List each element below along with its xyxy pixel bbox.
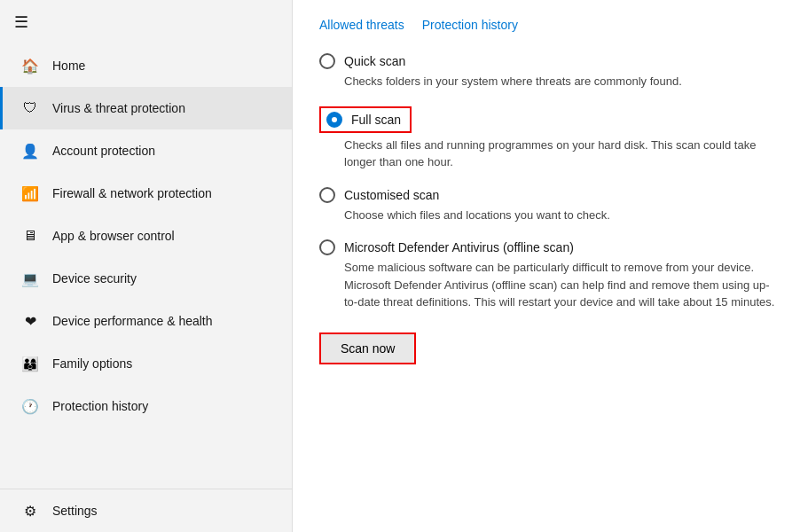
scan-option-header-offline-scan[interactable]: Microsoft Defender Antivirus (offline sc…: [319, 239, 781, 255]
sidebar-label-home: Home: [52, 59, 85, 73]
sidebar-label-app: App & browser control: [52, 229, 175, 243]
radio-offline-scan[interactable]: [319, 239, 335, 255]
account-icon: 👤: [20, 141, 40, 160]
sidebar-label-firewall: Firewall & network protection: [52, 186, 212, 200]
home-icon: 🏠: [20, 56, 40, 75]
option-desc-full-scan: Checks all files and running programmes …: [344, 137, 781, 171]
family-icon: 👨‍👩‍👦: [20, 354, 40, 373]
hamburger-menu[interactable]: ☰: [0, 0, 292, 44]
settings-icon: ⚙: [20, 501, 40, 520]
device-health-icon: ❤: [20, 311, 40, 331]
sidebar-item-account[interactable]: 👤Account protection: [0, 129, 292, 172]
radio-customised-scan[interactable]: [319, 187, 335, 203]
scan-option-header-customised-scan[interactable]: Customised scan: [319, 187, 781, 203]
allowed-threats-link[interactable]: Allowed threats: [319, 18, 404, 32]
sidebar-item-family[interactable]: 👨‍👩‍👦Family options: [0, 342, 292, 385]
sidebar-item-settings[interactable]: ⚙ Settings: [0, 489, 292, 532]
protection-history-link[interactable]: Protection history: [422, 18, 518, 32]
virus-icon: 🛡: [20, 98, 40, 118]
app-icon: 🖥: [20, 226, 40, 246]
option-label-full-scan: Full scan: [351, 113, 401, 127]
sidebar-item-firewall[interactable]: 📶Firewall & network protection: [0, 172, 292, 215]
history-icon: 🕐: [20, 396, 40, 416]
sidebar-label-device-health: Device performance & health: [52, 314, 213, 328]
firewall-icon: 📶: [20, 184, 40, 203]
radio-full-scan[interactable]: [326, 112, 342, 128]
sidebar-item-history[interactable]: 🕐Protection history: [0, 385, 292, 427]
sidebar-item-app[interactable]: 🖥App & browser control: [0, 215, 292, 257]
scan-option-customised-scan: Customised scanChoose which files and lo…: [319, 187, 781, 224]
sidebar-label-history: Protection history: [52, 399, 148, 413]
scan-option-full-scan: Full scanChecks all files and running pr…: [319, 106, 781, 171]
sidebar-label-device-security: Device security: [52, 271, 137, 286]
sidebar-settings-label: Settings: [52, 504, 98, 518]
option-desc-offline-scan: Some malicious software can be particula…: [344, 259, 781, 311]
option-desc-quick-scan: Checks folders in your system where thre…: [344, 73, 781, 90]
sidebar: ☰ 🏠Home🛡Virus & threat protection👤Accoun…: [0, 0, 293, 532]
sidebar-label-virus: Virus & threat protection: [52, 101, 185, 115]
scan-option-header-quick-scan[interactable]: Quick scan: [319, 53, 781, 69]
main-content: Allowed threats Protection history Quick…: [293, 0, 808, 532]
scan-now-button[interactable]: Scan now: [319, 332, 416, 364]
sidebar-label-account: Account protection: [52, 144, 155, 158]
sidebar-label-family: Family options: [52, 356, 132, 371]
scan-option-header-full-scan[interactable]: Full scan: [319, 106, 412, 133]
scan-option-quick-scan: Quick scanChecks folders in your system …: [319, 53, 781, 90]
sidebar-item-device-health[interactable]: ❤Device performance & health: [0, 300, 292, 342]
sidebar-bottom: ⚙ Settings: [0, 489, 292, 532]
scan-options: Quick scanChecks folders in your system …: [319, 53, 781, 311]
scan-option-offline-scan: Microsoft Defender Antivirus (offline sc…: [319, 239, 781, 311]
sidebar-item-virus[interactable]: 🛡Virus & threat protection: [0, 87, 292, 129]
option-desc-customised-scan: Choose which files and locations you wan…: [344, 207, 781, 224]
option-label-customised-scan: Customised scan: [344, 188, 439, 202]
option-label-quick-scan: Quick scan: [344, 54, 405, 68]
option-label-offline-scan: Microsoft Defender Antivirus (offline sc…: [344, 240, 574, 254]
sidebar-item-device-security[interactable]: 💻Device security: [0, 257, 292, 300]
device-security-icon: 💻: [20, 269, 40, 288]
links-row: Allowed threats Protection history: [319, 18, 781, 32]
radio-quick-scan[interactable]: [319, 53, 335, 69]
sidebar-item-home[interactable]: 🏠Home: [0, 44, 292, 87]
